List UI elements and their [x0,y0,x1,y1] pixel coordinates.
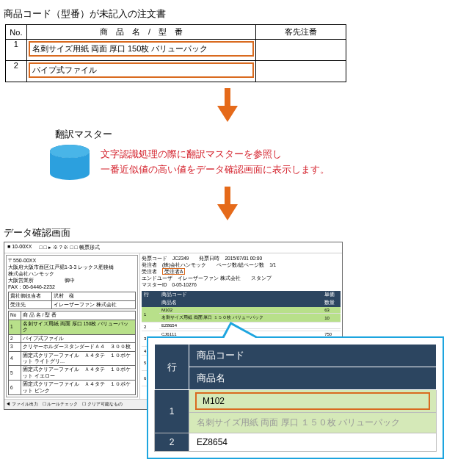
row2-code[interactable]: EZ8654 [189,433,437,452]
arrow-down-icon [4,88,451,122]
master-label: 翻訳マスター [55,128,451,141]
callout-zoom: 行 商品コード 商品名 1 M102 名刺サイズ用紙 両面 厚口 １５０枚 バリ… [147,336,444,459]
svg-point-1 [50,145,90,158]
col-product-code: 商品コード [189,345,437,367]
order-table: No. 商 品 名 / 型 番 客先注番 1 名刺サイズ用紙 両面 厚口 150… [5,24,346,82]
row-name-2: パイプ式ファイル [26,61,256,82]
col-no: No. [6,25,27,40]
database-icon [48,144,92,181]
arrow-down-icon [4,187,451,220]
col-product-name: 商品名 [189,367,437,390]
row-no-2: 2 [6,61,27,82]
selected-name-cell: 名刺サイズ用紙 両面 厚口 １５０枚 バリューパック [189,413,437,433]
col-row: 行 [155,345,189,390]
selected-code-cell[interactable]: M102 [189,390,437,413]
title-confirm-screen: データ確認画面 [4,226,451,239]
title-order-form: 商品コード（型番）が未記入の注文書 [4,7,451,21]
master-description: 文字認識処理の際に翻訳マスターを参照し一番近似値の高い値をデータ確認画面に表示し… [101,147,330,178]
row-no-1: 1 [6,40,27,61]
row-name-1: 名刺サイズ用紙 両面 厚口 150枚 バリューパック [26,40,256,61]
tab-item[interactable]: ■ 10-00XX [7,244,32,251]
col-name: 商 品 名 / 型 番 [26,25,256,40]
toolbar-icons[interactable]: □ □ ▸ ※ ? ※ □ □ 帳票形式 [39,244,99,251]
col-ref: 客先注番 [256,25,346,40]
